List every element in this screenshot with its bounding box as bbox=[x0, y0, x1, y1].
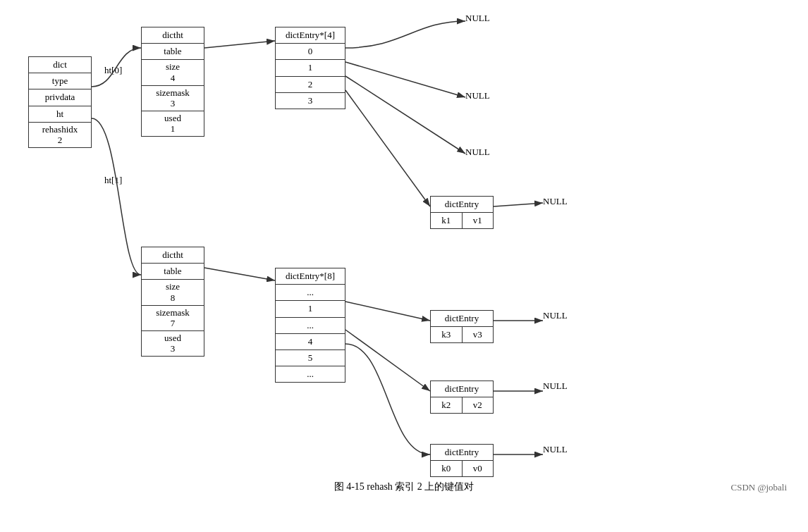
array0-cell2: 2 bbox=[276, 77, 345, 93]
dictht1-used: used3 bbox=[142, 331, 204, 356]
dict-cell-rehashidx: rehashidx2 bbox=[29, 123, 91, 147]
entry-k3v3-header: dictEntry bbox=[431, 311, 493, 327]
svg-line-4 bbox=[345, 76, 465, 154]
null-label-k3v3: NULL bbox=[543, 310, 568, 321]
svg-line-1 bbox=[204, 41, 275, 48]
entry-k1v1-k: k1 bbox=[431, 213, 463, 228]
null-label-top: NULL bbox=[465, 13, 490, 24]
array0-box: dictEntry*[4] 0 1 2 3 bbox=[275, 27, 345, 109]
dictht0-sizemask: sizemask3 bbox=[142, 86, 204, 111]
array1-cell1: 1 bbox=[276, 301, 345, 317]
null-label-2: NULL bbox=[465, 147, 490, 158]
entry-k1v1: dictEntry k1 v1 bbox=[430, 196, 494, 229]
null-label-1: NULL bbox=[465, 90, 490, 101]
array1-box: dictEntry*[8] ... 1 ... 4 5 ... bbox=[275, 268, 345, 383]
array1-cell5: 5 bbox=[276, 350, 345, 366]
dictht1-table: table bbox=[142, 264, 204, 280]
dictht1-sizemask: sizemask7 bbox=[142, 306, 204, 331]
ht0-label: ht[0] bbox=[104, 65, 122, 76]
entry-k0v0: dictEntry k0 v0 bbox=[430, 444, 494, 477]
arrows-overlay bbox=[7, 7, 801, 500]
svg-line-9 bbox=[345, 330, 430, 391]
dictht0-header: dictht bbox=[142, 27, 204, 44]
svg-line-7 bbox=[345, 302, 430, 321]
svg-line-2 bbox=[204, 268, 275, 280]
array1-header: dictEntry*[8] bbox=[276, 268, 345, 285]
dictht1-size: size8 bbox=[142, 280, 204, 305]
array0-cell0: 0 bbox=[276, 44, 345, 60]
array0-header: dictEntry*[4] bbox=[276, 27, 345, 44]
ht1-label: ht[1] bbox=[104, 175, 122, 186]
entry-k0v0-header: dictEntry bbox=[431, 445, 493, 461]
entry-k2v2: dictEntry k2 v2 bbox=[430, 381, 494, 414]
dictht0-size: size4 bbox=[142, 60, 204, 85]
svg-line-5 bbox=[345, 90, 430, 206]
entry-k3v3: dictEntry k3 v3 bbox=[430, 310, 494, 343]
entry-k2v2-k: k2 bbox=[431, 397, 463, 413]
diagram: dict type privdata ht rehashidx2 ht[0] h… bbox=[7, 7, 801, 500]
dictht1-header: dictht bbox=[142, 247, 204, 264]
entry-k1v1-v: v1 bbox=[463, 213, 494, 228]
null-label-k0v0: NULL bbox=[543, 444, 568, 455]
array1-cell-dots1: ... bbox=[276, 285, 345, 301]
array0-cell1: 1 bbox=[276, 60, 345, 76]
dict-cell-ht: ht bbox=[29, 106, 91, 123]
dictht0-table: table bbox=[142, 44, 204, 60]
entry-k3v3-v: v3 bbox=[463, 327, 494, 342]
entry-k1v1-header: dictEntry bbox=[431, 197, 493, 213]
dictht0-box: dictht table size4 sizemask3 used1 bbox=[141, 27, 204, 137]
entry-k2v2-header: dictEntry bbox=[431, 381, 493, 397]
dict-box: dict type privdata ht rehashidx2 bbox=[28, 56, 92, 148]
dict-cell-privdata: privdata bbox=[29, 89, 91, 106]
csdn-label: CSDN @jobali bbox=[730, 482, 787, 493]
dictht0-used: used1 bbox=[142, 111, 204, 136]
entry-k3v3-k: k3 bbox=[431, 327, 463, 342]
entry-k0v0-k: k0 bbox=[431, 461, 463, 476]
svg-line-6 bbox=[494, 203, 543, 206]
entry-k0v0-v: v0 bbox=[463, 461, 494, 476]
caption: 图 4-15 rehash 索引 2 上的键值对 bbox=[334, 481, 475, 493]
array0-cell3: 3 bbox=[276, 93, 345, 109]
svg-line-3 bbox=[345, 62, 465, 97]
null-label-k2v2: NULL bbox=[543, 381, 568, 392]
array1-cell-dots2: ... bbox=[276, 318, 345, 334]
dict-cell-type: type bbox=[29, 73, 91, 89]
null-label-k1v1: NULL bbox=[543, 196, 568, 207]
dict-cell-dict: dict bbox=[29, 57, 91, 73]
dictht1-box: dictht table size8 sizemask7 used3 bbox=[141, 247, 204, 357]
entry-k2v2-v: v2 bbox=[463, 397, 494, 413]
array1-cell-dots3: ... bbox=[276, 366, 345, 382]
array1-cell4: 4 bbox=[276, 334, 345, 350]
